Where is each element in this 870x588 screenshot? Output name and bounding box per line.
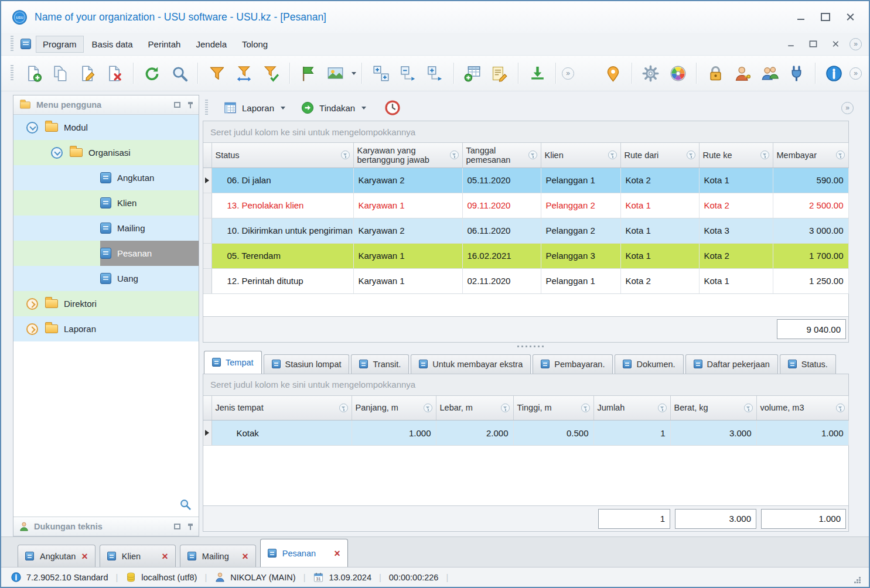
- tree-expander-icon[interactable]: [26, 298, 38, 310]
- lock-button[interactable]: [702, 59, 728, 87]
- tree-item-pesanan[interactable]: Pesanan: [13, 241, 199, 266]
- tab-pembayaran[interactable]: Pembayaran.: [533, 354, 613, 374]
- toolbar-overflow-icon[interactable]: [562, 67, 574, 80]
- users-button[interactable]: [756, 59, 782, 87]
- color-wheel-button[interactable]: [665, 59, 691, 87]
- grid-cell[interactable]: Kota 2: [699, 243, 773, 268]
- menu-item-tolong[interactable]: Tolong: [235, 36, 275, 53]
- grid-cell[interactable]: Kota 2: [699, 193, 773, 218]
- collapse-branch-button[interactable]: [395, 59, 421, 87]
- tree-expander-icon[interactable]: [26, 122, 38, 134]
- tab-tempat[interactable]: Tempat: [204, 351, 262, 374]
- table-row[interactable]: 05. TerendamKaryawan 116.02.2021Pelangga…: [203, 243, 848, 268]
- grid-cell[interactable]: Karyawan 2: [353, 167, 462, 193]
- column-header[interactable]: Lebar, m: [436, 396, 513, 421]
- export-button[interactable]: [524, 59, 550, 87]
- toolbar-grip[interactable]: [11, 65, 13, 81]
- grid-cell[interactable]: Kota 1: [699, 167, 773, 193]
- grid-cell[interactable]: 2 500.00: [773, 193, 848, 218]
- database-item[interactable]: localhost (utf8): [125, 572, 197, 583]
- tree-expander-icon[interactable]: [26, 323, 38, 335]
- tab-untuk-membayar-ekstra[interactable]: Untuk membayar ekstra: [411, 354, 531, 374]
- menubar-overflow-icon[interactable]: [849, 38, 862, 50]
- tree-item-direktori[interactable]: Direktori: [13, 291, 199, 316]
- column-header[interactable]: Tanggal pemesanan: [462, 143, 541, 167]
- window-tab-klien[interactable]: Klien: [100, 545, 176, 567]
- group-by-bar[interactable]: Seret judul kolom ke sini untuk mengelom…: [203, 121, 848, 143]
- filter-icon[interactable]: [450, 151, 459, 159]
- minimize-button[interactable]: [793, 10, 809, 24]
- grid-cell[interactable]: Pelanggan 2: [541, 193, 620, 218]
- window-tab-angkutan[interactable]: Angkutan: [18, 545, 95, 567]
- grid-cell[interactable]: 1.000: [352, 421, 436, 446]
- grid-cell[interactable]: Kota 3: [699, 218, 773, 243]
- grid-cell[interactable]: Kota 1: [620, 218, 699, 243]
- tab-close-icon[interactable]: [81, 551, 88, 562]
- close-button[interactable]: [842, 10, 858, 24]
- report-toolbar-grip[interactable]: [205, 100, 208, 116]
- column-header[interactable]: Jumlah: [593, 396, 670, 421]
- tab-status[interactable]: Status.: [780, 354, 836, 374]
- menu-item-basis-data[interactable]: Basis data: [85, 36, 140, 53]
- tab-dokumen[interactable]: Dokumen.: [615, 354, 683, 374]
- grid-cell[interactable]: 06.11.2020: [462, 218, 541, 243]
- panel-restore-icon[interactable]: [174, 102, 180, 108]
- grid-cell[interactable]: 3 000.00: [773, 218, 848, 243]
- notes-button[interactable]: [487, 59, 513, 87]
- table-row[interactable]: 13. Penolakan klienKaryawan 109.11.2020P…: [203, 193, 848, 218]
- column-header[interactable]: Jenis tempat: [211, 396, 352, 421]
- grid-cell[interactable]: Kotak: [211, 421, 352, 446]
- filter-icon[interactable]: [528, 151, 537, 159]
- grid-cell[interactable]: Karyawan 2: [353, 218, 462, 243]
- image-button[interactable]: [323, 59, 349, 87]
- filter-icon[interactable]: [608, 151, 617, 159]
- grid-cell[interactable]: 02.11.2020: [462, 268, 541, 293]
- column-header[interactable]: Karyawan yang bertanggung jawab: [353, 143, 462, 167]
- column-header[interactable]: Klien: [541, 143, 620, 167]
- table-row[interactable]: 12. Perintah ditutupKaryawan 102.11.2020…: [203, 268, 848, 293]
- column-header[interactable]: Membayar: [773, 143, 848, 167]
- column-header[interactable]: Rute dari: [620, 143, 699, 167]
- filter-icon[interactable]: [581, 404, 590, 412]
- copy-document-button[interactable]: [47, 59, 73, 87]
- panel-pin-icon[interactable]: [187, 524, 193, 530]
- flag-button[interactable]: [296, 59, 322, 87]
- horizontal-splitter[interactable]: [203, 343, 858, 350]
- tab-transit[interactable]: Transit.: [351, 354, 409, 374]
- grid-cell[interactable]: Pelanggan 2: [541, 218, 620, 243]
- column-header[interactable]: Panjang, m: [352, 396, 436, 421]
- tree-item-laporan[interactable]: Laporan: [13, 316, 199, 341]
- grid-cell[interactable]: Karyawan 1: [353, 193, 462, 218]
- resize-grip-icon[interactable]: [859, 582, 861, 583]
- filter-icon[interactable]: [501, 404, 510, 412]
- grid-cell[interactable]: Karyawan 1: [353, 268, 462, 293]
- date-item[interactable]: 31 13.09.2024: [313, 572, 371, 583]
- grid-cell[interactable]: Pelanggan 1: [541, 268, 620, 293]
- table-row[interactable]: Kotak1.0002.0000.50013.0001.000: [203, 421, 848, 446]
- filter-icon[interactable]: [760, 151, 769, 159]
- grid-cell[interactable]: 1 250.00: [773, 268, 848, 293]
- grid-cell[interactable]: 10. Dikirimkan untuk pengiriman: [211, 218, 353, 243]
- user-permissions-button[interactable]: [729, 59, 755, 87]
- tab-close-icon[interactable]: [162, 551, 168, 562]
- panel-pin-icon[interactable]: [187, 102, 193, 108]
- tree-item-modul[interactable]: Modul: [13, 115, 199, 140]
- table-row[interactable]: 10. Dikirimkan untuk pengirimanKaryawan …: [203, 218, 848, 243]
- filter-clear-button[interactable]: [258, 59, 284, 87]
- refresh-button[interactable]: [139, 59, 165, 87]
- grid-cell[interactable]: 590.00: [773, 167, 848, 193]
- grid-cell[interactable]: 09.11.2020: [462, 193, 541, 218]
- filter-icon[interactable]: [744, 404, 753, 412]
- grid-cell[interactable]: 05. Terendam: [211, 243, 353, 268]
- mdi-minimize-button[interactable]: [784, 38, 797, 49]
- search-button[interactable]: [166, 59, 192, 87]
- window-tab-pesanan[interactable]: Pesanan: [260, 539, 348, 567]
- grid-cell[interactable]: 1: [593, 421, 670, 446]
- window-tab-mailing[interactable]: Mailing: [180, 545, 256, 567]
- search-icon[interactable]: [179, 498, 192, 511]
- plugin-button[interactable]: [784, 59, 810, 87]
- grid-cell[interactable]: 12. Perintah ditutup: [211, 268, 353, 293]
- add-table-button[interactable]: [460, 59, 486, 87]
- table-row[interactable]: 06. Di jalanKaryawan 205.11.2020Pelangga…: [203, 167, 848, 193]
- tree-item-angkutan[interactable]: Angkutan: [13, 165, 199, 190]
